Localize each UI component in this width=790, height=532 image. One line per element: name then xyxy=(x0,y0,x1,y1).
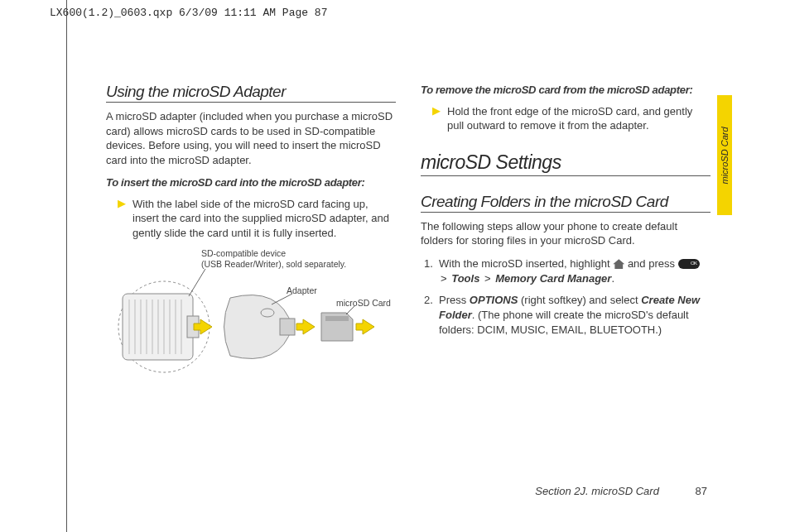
adapter-diagram: SD-compatible device (USB Reader/Writer)… xyxy=(106,248,396,389)
svg-marker-17 xyxy=(296,319,315,334)
gt-2: > xyxy=(484,272,491,285)
step-2-text-e: . (The phone will create the microSD's d… xyxy=(439,309,689,336)
svg-line-21 xyxy=(189,269,205,296)
left-column: Using the microSD Adapter A microSD adap… xyxy=(106,83,396,389)
para-adapter-intro: A microSD adapter (included when you pur… xyxy=(106,109,396,167)
step-1: With the microSD inserted, highlight and… xyxy=(421,256,711,286)
para-folders-intro: The following steps allow your phone to … xyxy=(421,219,711,248)
subhead-insert: To insert the microSD card into the micr… xyxy=(106,175,396,190)
menu-ok-icon xyxy=(678,259,700,269)
footer-page-number: 87 xyxy=(696,485,707,497)
margin-line xyxy=(66,0,67,532)
step-2-options: OPTIONS xyxy=(470,294,518,306)
side-tab-label: microSD Card xyxy=(720,127,730,184)
print-header: LX600(1.2)_0603.qxp 6/3/09 11:11 AM Page… xyxy=(50,7,327,19)
step-1-text-a: With the microSD inserted, highlight xyxy=(439,257,613,270)
heading-using-adapter: Using the microSD Adapter xyxy=(106,83,396,103)
diagram-label-microsd: microSD Card xyxy=(336,298,391,309)
heading-creating-folders: Creating Folders in the microSD Card xyxy=(421,193,711,213)
bullet-insert-step: ▶ With the label side of the microSD car… xyxy=(106,197,396,241)
page-footer: Section 2J. microSD Card 87 xyxy=(535,485,707,497)
svg-rect-18 xyxy=(325,316,349,321)
gt-1: > xyxy=(441,272,447,285)
page-content: Using the microSD Adapter A microSD adap… xyxy=(106,83,711,389)
right-column: To remove the microSD card from the micr… xyxy=(421,83,711,389)
home-icon xyxy=(613,259,624,269)
heading-microsd-settings: microSD Settings xyxy=(421,151,711,176)
bullet-remove-step: ▶ Hold the front edge of the microSD car… xyxy=(421,104,711,133)
step-2: Press OPTIONS (right softkey) and select… xyxy=(421,293,711,338)
bullet-arrow-icon: ▶ xyxy=(432,104,441,133)
bullet-arrow-icon: ▶ xyxy=(118,197,126,241)
bullet-remove-text: Hold the front edge of the microSD card,… xyxy=(447,104,711,133)
step-2-text-c: (right softkey) and select xyxy=(518,294,641,306)
step-1-tools: Tools xyxy=(451,272,479,285)
svg-marker-20 xyxy=(356,319,374,334)
footer-section: Section 2J. microSD Card xyxy=(535,485,659,497)
diagram-label-adapter: Adapter xyxy=(287,285,317,296)
side-tab: microSD Card xyxy=(717,95,732,215)
svg-rect-15 xyxy=(280,319,295,335)
diagram-label-device-2: (USB Reader/Writer), sold separately. xyxy=(201,259,346,270)
diagram-label-device-1: SD-compatible device xyxy=(201,248,286,259)
bullet-insert-text: With the label side of the microSD card … xyxy=(132,197,396,241)
step-1-mcm: Memory Card Manager xyxy=(495,272,611,285)
steps-list: With the microSD inserted, highlight and… xyxy=(421,256,711,338)
subhead-remove: To remove the microSD card from the micr… xyxy=(421,83,711,98)
step-2-text-a: Press xyxy=(439,294,470,306)
step-1-text-b: and press xyxy=(628,257,678,270)
